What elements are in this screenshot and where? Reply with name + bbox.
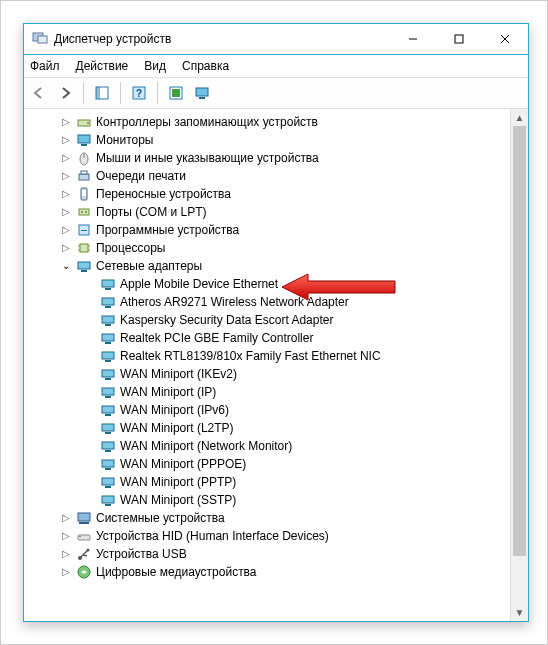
net-adapter-item[interactable]: Kaspersky Security Data Escort Adapter xyxy=(30,311,526,329)
expander-icon[interactable]: ▷ xyxy=(60,167,72,185)
expander-icon[interactable]: ⌄ xyxy=(60,257,72,275)
net-adapter-item[interactable]: WAN Miniport (L2TP) xyxy=(30,419,526,437)
scroll-up-icon[interactable]: ▲ xyxy=(511,109,528,126)
svg-rect-12 xyxy=(196,88,208,96)
device-icon xyxy=(76,186,92,202)
expander-icon[interactable]: ▷ xyxy=(60,545,72,563)
expander-icon[interactable]: ▷ xyxy=(60,149,72,167)
device-icon xyxy=(100,276,116,292)
device-icon xyxy=(76,222,92,238)
category-portable[interactable]: ▷Переносные устройства xyxy=(30,185,526,203)
svg-rect-56 xyxy=(102,460,114,467)
net-adapter-item[interactable]: Apple Mobile Device Ethernet xyxy=(30,275,526,293)
maximize-button[interactable] xyxy=(436,24,482,54)
svg-rect-24 xyxy=(79,209,89,215)
net-adapter-item[interactable]: WAN Miniport (IP) xyxy=(30,383,526,401)
svg-rect-44 xyxy=(102,352,114,359)
device-icon xyxy=(100,438,116,454)
scroll-down-icon[interactable]: ▼ xyxy=(511,604,528,621)
menu-file[interactable]: Файл xyxy=(30,59,60,73)
net-adapter-item[interactable]: Realtek PCIe GBE Family Controller xyxy=(30,329,526,347)
menu-view[interactable]: Вид xyxy=(144,59,166,73)
category-ports[interactable]: ▷Порты (COM и LPT) xyxy=(30,203,526,221)
category-processors[interactable]: ▷Процессоры xyxy=(30,239,526,257)
svg-rect-61 xyxy=(105,504,111,506)
svg-line-69 xyxy=(83,555,87,556)
window-title: Диспетчер устройств xyxy=(54,32,390,46)
close-button[interactable] xyxy=(482,24,528,54)
help-icon[interactable]: ? xyxy=(128,82,150,104)
show-hide-icon[interactable] xyxy=(91,82,113,104)
device-tree[interactable]: ▷Контроллеры запоминающих устройств▷Мони… xyxy=(24,109,528,621)
category-monitors[interactable]: ▷Мониторы xyxy=(30,131,526,149)
svg-rect-46 xyxy=(102,370,114,377)
minimize-button[interactable] xyxy=(390,24,436,54)
svg-rect-60 xyxy=(102,496,114,503)
category-digital_media[interactable]: ▷Цифровые медиаустройства xyxy=(30,563,526,581)
svg-rect-17 xyxy=(81,144,87,146)
svg-rect-34 xyxy=(78,262,90,269)
net-adapter-item[interactable]: WAN Miniport (PPPOE) xyxy=(30,455,526,473)
net-adapter-item[interactable]: Realtek RTL8139/810x Family Fast Etherne… xyxy=(30,347,526,365)
menu-action[interactable]: Действие xyxy=(76,59,129,73)
category-system_dev[interactable]: ▷Системные устройства xyxy=(30,509,526,527)
svg-rect-49 xyxy=(105,396,111,398)
net-adapter-item[interactable]: WAN Miniport (SSTP) xyxy=(30,491,526,509)
menu-help[interactable]: Справка xyxy=(182,59,229,73)
device-label: Процессоры xyxy=(96,239,166,257)
device-label: Контроллеры запоминающих устройств xyxy=(96,113,318,131)
expander-icon[interactable]: ▷ xyxy=(60,131,72,149)
svg-point-25 xyxy=(81,211,83,213)
net-adapter-item[interactable]: WAN Miniport (IKEv2) xyxy=(30,365,526,383)
svg-rect-7 xyxy=(96,87,100,99)
monitor-icon[interactable] xyxy=(191,82,213,104)
device-icon xyxy=(76,168,92,184)
expander-icon[interactable]: ▷ xyxy=(60,185,72,203)
category-hid[interactable]: ▷Устройства HID (Human Interface Devices… xyxy=(30,527,526,545)
scan-hardware-icon[interactable] xyxy=(165,82,187,104)
device-icon xyxy=(100,330,116,346)
expander-icon[interactable]: ▷ xyxy=(60,509,72,527)
nav-back-icon[interactable] xyxy=(28,82,50,104)
category-mice[interactable]: ▷Мыши и иные указывающие устройства xyxy=(30,149,526,167)
device-label: WAN Miniport (PPTP) xyxy=(120,473,236,491)
svg-text:?: ? xyxy=(136,88,142,99)
vertical-scrollbar[interactable]: ▲ ▼ xyxy=(510,109,528,621)
device-label: Устройства USB xyxy=(96,545,187,563)
category-print_queues[interactable]: ▷Очереди печати xyxy=(30,167,526,185)
category-storage_ctrl[interactable]: ▷Контроллеры запоминающих устройств xyxy=(30,113,526,131)
category-usb[interactable]: ▷Устройства USB xyxy=(30,545,526,563)
device-label: Очереди печати xyxy=(96,167,186,185)
net-adapter-item[interactable]: WAN Miniport (PPTP) xyxy=(30,473,526,491)
device-icon xyxy=(100,348,116,364)
device-icon xyxy=(100,474,116,490)
expander-icon[interactable]: ▷ xyxy=(60,113,72,131)
expander-icon[interactable]: ▷ xyxy=(60,239,72,257)
category-software_dev[interactable]: ▷Программные устройства xyxy=(30,221,526,239)
scrollbar-thumb[interactable] xyxy=(513,126,526,556)
category-net_adapters[interactable]: ⌄Сетевые адаптеры xyxy=(30,257,526,275)
device-icon xyxy=(76,528,92,544)
title-bar: Диспетчер устройств xyxy=(24,24,528,55)
svg-rect-50 xyxy=(102,406,114,413)
device-label: Программные устройства xyxy=(96,221,239,239)
net-adapter-item[interactable]: WAN Miniport (IPv6) xyxy=(30,401,526,419)
device-icon xyxy=(76,204,92,220)
expander-icon[interactable]: ▷ xyxy=(60,203,72,221)
device-label: Realtek RTL8139/810x Family Fast Etherne… xyxy=(120,347,381,365)
device-icon xyxy=(100,312,116,328)
svg-rect-39 xyxy=(105,306,111,308)
svg-rect-38 xyxy=(102,298,114,305)
expander-icon[interactable]: ▷ xyxy=(60,527,72,545)
svg-rect-48 xyxy=(102,388,114,395)
device-label: Цифровые медиаустройства xyxy=(96,563,257,581)
net-adapter-item[interactable]: Atheros AR9271 Wireless Network Adapter xyxy=(30,293,526,311)
nav-forward-icon[interactable] xyxy=(54,82,76,104)
svg-rect-65 xyxy=(79,536,81,537)
svg-rect-13 xyxy=(199,97,205,99)
net-adapter-item[interactable]: WAN Miniport (Network Monitor) xyxy=(30,437,526,455)
expander-icon[interactable]: ▷ xyxy=(60,563,72,581)
expander-icon[interactable]: ▷ xyxy=(60,221,72,239)
svg-rect-43 xyxy=(105,342,111,344)
svg-rect-40 xyxy=(102,316,114,323)
